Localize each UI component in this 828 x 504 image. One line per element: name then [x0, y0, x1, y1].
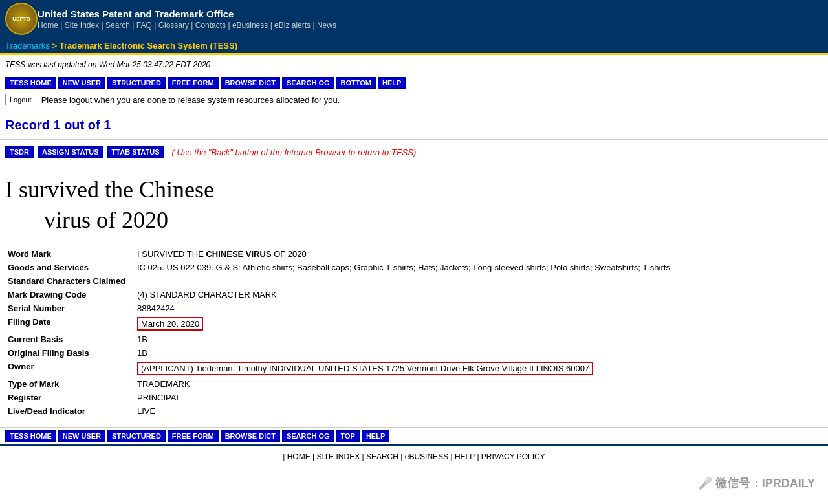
field-label: Type of Mark [5, 377, 135, 391]
record-heading: Record 1 out of 1 [0, 114, 828, 137]
footer-home-link[interactable]: HOME [287, 452, 310, 461]
footer-ebusiness-link[interactable]: eBUSINESS [405, 452, 448, 461]
table-row: Word Mark I SURVIVED THE CHINESE VIRUS O… [5, 247, 823, 261]
field-label: Goods and Services [5, 261, 135, 274]
table-row: Original Filing Basis 1B [5, 346, 823, 360]
table-row: Owner (APPLICANT) Tiedeman, Timothy INDI… [5, 360, 823, 377]
field-label: Owner [5, 360, 135, 377]
nav-site-index[interactable]: Site Index [65, 21, 99, 30]
breadcrumb-current: Trademark Electronic Search System (TESS… [60, 41, 237, 50]
table-row: Serial Number 88842424 [5, 301, 823, 315]
footer-search-link[interactable]: SEARCH [366, 452, 398, 461]
structured-bottom-btn[interactable]: Structured [107, 430, 166, 442]
new-user-btn[interactable]: New User [58, 77, 105, 89]
field-value [135, 274, 823, 288]
header-text: United States Patent and Trademark Offic… [38, 8, 336, 30]
table-row: Standard Characters Claimed [5, 274, 823, 288]
search-og-btn[interactable]: Search OG [282, 77, 334, 89]
table-row: Goods and Services IC 025. US 022 039. G… [5, 261, 823, 274]
page-header: USPTO United States Patent and Trademark… [0, 0, 828, 38]
table-row: Filing Date March 20, 2020 [5, 315, 823, 333]
top-btn-bar: TESS Home New User Structured Free Form … [0, 74, 828, 91]
table-row: Live/Dead Indicator LIVE [5, 404, 823, 418]
footer-links: | HOME | SITE INDEX | SEARCH | eBUSINESS… [0, 444, 828, 468]
footer-site-index-link[interactable]: SITE INDEX [316, 452, 360, 461]
breadcrumb-separator: > [52, 41, 60, 50]
bottom-btn[interactable]: Bottom [336, 77, 376, 89]
footer-help-link[interactable]: HELP [455, 452, 475, 461]
trademark-image-text: I survived the Chinese virus of 2020 [5, 175, 823, 236]
field-label: Standard Characters Claimed [5, 274, 135, 288]
search-og-bottom-btn[interactable]: Search OG [282, 430, 334, 442]
tess-home-btn[interactable]: TESS Home [5, 77, 56, 89]
table-row: Current Basis 1B [5, 333, 823, 346]
table-row: Mark Drawing Code (4) STANDARD CHARACTER… [5, 288, 823, 301]
field-label: Serial Number [5, 301, 135, 315]
field-label: Current Basis [5, 333, 135, 346]
field-value: PRINCIPAL [135, 391, 823, 404]
trademark-image-area: I survived the Chinese virus of 2020 [0, 162, 828, 242]
trademark-line2: virus of 2020 [5, 205, 823, 236]
logout-button[interactable]: Logout [5, 94, 36, 105]
field-label: Live/Dead Indicator [5, 404, 135, 418]
action-bar: TSDR Assign Status TTAB Status ( Use the… [0, 142, 828, 162]
browse-dict-bottom-btn[interactable]: Browse Dict [221, 430, 280, 442]
divider-1 [0, 111, 828, 111]
logout-bar: Logout Please logout when you are done t… [0, 91, 828, 108]
breadcrumb-trademarks[interactable]: Trademarks [5, 41, 50, 50]
field-value: March 20, 2020 [135, 315, 823, 333]
free-form-btn[interactable]: Free Form [168, 77, 219, 89]
browse-dict-btn[interactable]: Browse Dict [221, 77, 280, 89]
assign-status-btn[interactable]: Assign Status [38, 146, 104, 158]
help-bottom-btn[interactable]: Help [362, 430, 389, 442]
logout-text: Please logout when you are done to relea… [41, 95, 340, 105]
structured-btn[interactable]: Structured [107, 77, 166, 89]
field-label: Filing Date [5, 315, 135, 333]
nav-news[interactable]: News [317, 21, 336, 30]
tsdr-btn[interactable]: TSDR [5, 146, 34, 158]
header-nav: Home | Site Index | Search | FAQ | Gloss… [38, 21, 336, 30]
filing-date-highlight: March 20, 2020 [137, 317, 203, 331]
help-btn[interactable]: Help [378, 77, 406, 89]
uspto-seal: USPTO [5, 3, 38, 35]
divider-2 [0, 139, 828, 140]
field-value: 88842424 [135, 301, 823, 315]
header-title: United States Patent and Trademark Offic… [38, 8, 336, 19]
table-row: Register PRINCIPAL [5, 391, 823, 404]
field-value: I SURVIVED THE CHINESE VIRUS OF 2020 [135, 247, 823, 261]
field-value: (APPLICANT) Tiedeman, Timothy INDIVIDUAL… [135, 360, 823, 377]
new-user-bottom-btn[interactable]: New User [58, 430, 105, 442]
nav-ebiz-alerts[interactable]: eBiz alerts [274, 21, 310, 30]
record-count: Record 1 out of 1 [5, 118, 823, 133]
field-value: LIVE [135, 404, 823, 418]
field-value: 1B [135, 333, 823, 346]
update-notice: TESS was last updated on Wed Mar 25 03:4… [0, 55, 828, 74]
bottom-btn-bar: TESS Home New User Structured Free Form … [0, 427, 828, 444]
field-label: Register [5, 391, 135, 404]
tess-home-bottom-btn[interactable]: TESS Home [5, 430, 56, 442]
free-form-bottom-btn[interactable]: Free Form [168, 430, 219, 442]
back-message: ( Use the "Back" button of the Internet … [172, 148, 417, 157]
nav-glossary[interactable]: Glossary [158, 21, 189, 30]
footer-privacy-link[interactable]: PRIVACY POLICY [481, 452, 545, 461]
top-btn[interactable]: Top [336, 430, 360, 442]
nav-faq[interactable]: FAQ [136, 21, 152, 30]
field-value: IC 025. US 022 039. G & S: Athletic shir… [135, 261, 823, 274]
details-section: Word Mark I SURVIVED THE CHINESE VIRUS O… [0, 242, 828, 423]
ttab-status-btn[interactable]: TTAB Status [107, 146, 164, 158]
table-row: Type of Mark TRADEMARK [5, 377, 823, 391]
details-table: Word Mark I SURVIVED THE CHINESE VIRUS O… [5, 247, 823, 418]
trademark-line1: I survived the Chinese [5, 177, 214, 203]
nav-ebusiness[interactable]: eBusiness [232, 21, 268, 30]
breadcrumb-bar: Trademarks > Trademark Electronic Search… [0, 38, 828, 53]
nav-home[interactable]: Home [38, 21, 58, 30]
nav-search[interactable]: Search [105, 21, 130, 30]
field-value: 1B [135, 346, 823, 360]
field-label: Word Mark [5, 247, 135, 261]
field-value: TRADEMARK [135, 377, 823, 391]
field-label: Original Filing Basis [5, 346, 135, 360]
nav-contacts[interactable]: Contacts [195, 21, 226, 30]
field-label: Mark Drawing Code [5, 288, 135, 301]
field-value: (4) STANDARD CHARACTER MARK [135, 288, 823, 301]
owner-highlight: (APPLICANT) Tiedeman, Timothy INDIVIDUAL… [137, 362, 593, 375]
